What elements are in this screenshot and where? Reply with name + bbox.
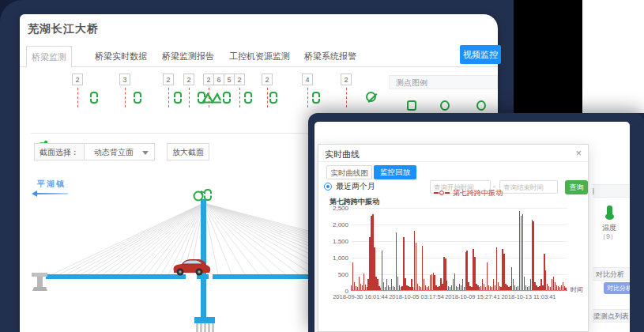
measure-point-line	[346, 88, 347, 108]
chevron-down-icon	[142, 151, 149, 155]
chart-bar	[565, 288, 566, 290]
last-two-months-radio[interactable]	[324, 183, 332, 191]
x-tick-label: 2018-10-09 15:27:41	[441, 293, 504, 300]
tab-bar: 桥梁监测 桥梁实时数据 桥梁监测报告 工控机资源监测 桥梁系统报警 视频监控	[20, 46, 498, 67]
sensor-count-badge: 6	[213, 74, 224, 85]
measure-point-line	[239, 88, 240, 108]
temperature-count: （9）	[599, 232, 617, 242]
sensor-row: 23222652242	[20, 71, 399, 117]
section-select-dropdown[interactable]: 动态背立面	[84, 143, 155, 160]
desktop: 芜湖长江大桥 桥梁监测 桥梁实时数据 桥梁监测报告 工控机资源监测 桥梁系统报警…	[0, 0, 644, 332]
sidebar-legend-header: 测点图例	[593, 184, 630, 198]
point-list-header: 桥梁测点列表	[593, 309, 630, 323]
measure-point-line	[125, 88, 126, 108]
legend-marker-circle	[439, 191, 444, 195]
tower-top-sensor-icon[interactable]	[194, 190, 213, 201]
black-region	[514, 0, 582, 113]
video-monitor-button[interactable]: 视频监控	[460, 45, 501, 64]
measure-point-line	[307, 88, 308, 108]
chart-bar	[533, 221, 533, 290]
gridline	[351, 291, 567, 292]
tab-monitor-report[interactable]: 桥梁监测报告	[162, 46, 214, 67]
modal-title: 实时曲线	[325, 149, 360, 160]
x-tick-label: 2018-10-05 03:17:54	[385, 293, 448, 300]
y-tick-label: 1,000	[320, 255, 348, 262]
chain-sensor-icon[interactable]	[223, 92, 231, 104]
x-tick-label: 2018-10-13 11:03:41	[497, 293, 560, 300]
legend-panel-header: 测点图例	[389, 75, 498, 89]
x-axis-name: 时间	[571, 285, 583, 294]
tab-realtime-data[interactable]: 桥梁实时数据	[95, 46, 147, 67]
enlarge-section-button[interactable]: 放大截面	[167, 143, 209, 160]
legend-marker	[434, 192, 439, 194]
right-sidebar: 测点图例 温度 （9） 对比分析 对比分析 桥梁测点列表	[593, 122, 630, 332]
section-select-label: 截面选择：	[34, 143, 85, 160]
measure-point-line	[189, 88, 190, 108]
tab-realtime-curve[interactable]: 实时曲线图	[326, 165, 372, 179]
sensor-count-badge: 4	[302, 74, 313, 85]
measure-point-line	[168, 88, 169, 108]
tab-bridge-monitoring[interactable]: 桥梁监测	[26, 46, 72, 68]
chain-sensor-icon[interactable]	[90, 92, 98, 104]
sensor-count-badge: 2	[203, 74, 214, 85]
bridge-abutment	[32, 273, 47, 291]
sensor-count-badge: 2	[341, 74, 352, 85]
query-button[interactable]: 查询	[565, 180, 588, 194]
section-select-value: 动态背立面	[94, 148, 134, 157]
compare-analysis-button[interactable]: 对比分析	[604, 282, 630, 294]
sensor-count-badge: 2	[163, 74, 174, 85]
compare-analysis-header: 对比分析	[593, 267, 630, 281]
sensor-count-badge: 2	[183, 74, 194, 85]
chain-sensor-icon[interactable]	[269, 92, 277, 104]
chart-legend[interactable]: 第七跨跨中振动	[434, 189, 503, 197]
query-end-time-input[interactable]	[499, 180, 558, 194]
y-tick-label: 2,000	[320, 221, 348, 228]
bridge-tower	[201, 199, 206, 320]
tab-monitor-playback[interactable]: 监控回放	[374, 165, 416, 179]
modal-header: 实时曲线 ×	[318, 145, 588, 162]
sensor-count-badge: 2	[72, 74, 83, 85]
y-tick-label: 1,500	[320, 238, 348, 245]
truss-sensor-icon[interactable]	[202, 92, 221, 104]
measure-point-line	[267, 88, 268, 108]
tab-system-alarm[interactable]: 桥梁系统报警	[304, 46, 356, 67]
legend-sensor-icon[interactable]	[440, 100, 450, 111]
sensor-count-badge: 2	[234, 74, 245, 85]
legend-sensor-icon[interactable]	[407, 100, 416, 111]
sensor-count-badge: 2	[262, 74, 273, 85]
disabled-sensor-icon	[366, 92, 376, 102]
legend-sensor-icon[interactable]	[476, 100, 486, 111]
close-icon[interactable]: ×	[575, 147, 582, 159]
page-title: 芜湖长江大桥	[28, 22, 99, 36]
thermometer-icon[interactable]	[607, 206, 612, 216]
tower-cap	[194, 317, 215, 323]
chart-bars	[351, 208, 567, 291]
sensor-count-badge: 3	[119, 74, 130, 85]
chain-sensor-icon[interactable]	[244, 92, 252, 104]
tab-ipc-resource[interactable]: 工控机资源监测	[229, 46, 290, 67]
y-tick-label: 2,500	[320, 205, 348, 212]
realtime-curve-modal: 实时曲线 × 实时曲线图 监控回放 最近两个月 - 查询 第七跨跨中振动 第七跨…	[318, 144, 589, 332]
sensor-count-badge: 5	[224, 74, 235, 85]
legend-series-name: 第七跨跨中振动	[453, 188, 503, 198]
chain-sensor-icon[interactable]	[134, 92, 141, 104]
measure-point-line	[77, 88, 78, 108]
y-tick-label: 500	[320, 271, 348, 278]
chain-sensor-icon[interactable]	[312, 92, 320, 104]
legend-marker	[445, 192, 450, 194]
x-tick-label: 2018-09-30 16:01:44	[329, 293, 392, 300]
tower-piles	[196, 323, 214, 332]
background-window	[582, 0, 644, 113]
chain-sensor-icon[interactable]	[174, 92, 182, 104]
last-two-months-label: 最近两个月	[336, 181, 375, 192]
